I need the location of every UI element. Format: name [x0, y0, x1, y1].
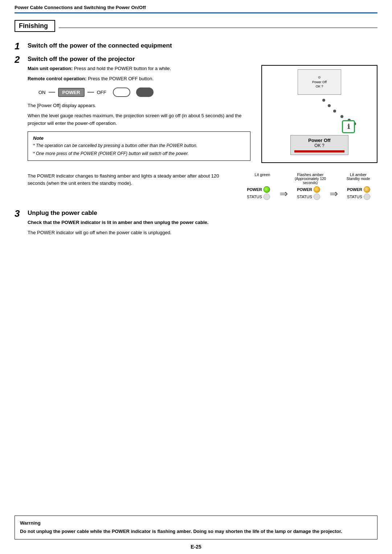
power-btn-off [136, 87, 154, 97]
status-label-1: STATUS [247, 195, 262, 199]
svg-point-1 [328, 104, 331, 107]
power-off-label: OFF [97, 90, 106, 95]
step-2-title: Switch off the power of the projector [28, 56, 377, 63]
section-title-line: Finishing [15, 20, 377, 36]
note-title: Note [33, 135, 245, 141]
dash-left [49, 92, 55, 93]
power-off-title: Power Off [294, 138, 344, 143]
dash-right [87, 92, 94, 93]
status-label-2: STATUS [297, 195, 312, 199]
warning-title: Warrning [20, 520, 372, 526]
note-item-2: * One more press of the POWER (POWER OFF… [33, 150, 245, 157]
status-led-2 [314, 194, 320, 200]
page-number: E-25 [191, 544, 201, 550]
power-label-1: POWER [247, 187, 262, 192]
main-operation-desc: Press and hold the POWER button for a wh… [74, 66, 171, 71]
body-text-1: The [Power Off] display appears. [28, 102, 250, 109]
ind-label-3: Lit amber Standby mode [340, 172, 376, 185]
status-led-3 [364, 194, 370, 200]
step-2-left: Main unit operation: Press and hold the … [28, 65, 250, 167]
step-1-title: Switch off the power of the connected eq… [28, 42, 377, 49]
step-2-number: 2 [15, 54, 28, 65]
remote-operation-desc: Press the POWER OFF button. [88, 76, 154, 81]
note-item-1: * The operation can be cancelled by pres… [33, 142, 245, 149]
warning-text: Do not unplug the power cable while the … [20, 528, 372, 535]
step-3-body: The POWER indicator will go off when the… [28, 229, 377, 236]
step-2: 2 Switch off the power of the projector … [15, 56, 377, 201]
page-header-title: Power Cable Connections and Switching th… [15, 5, 146, 10]
status-light-1: STATUS [247, 194, 270, 200]
step-2-right: ⊙ Power Off OK ? [258, 65, 377, 167]
section-title: Finishing [19, 22, 48, 29]
page-header: Power Cable Connections and Switching th… [15, 0, 377, 13]
projector-inner: ⊙ Power Off OK ? [298, 69, 341, 95]
power-light-1: POWER [247, 186, 270, 193]
svg-point-3 [340, 115, 343, 118]
indicator-unit-2: POWER STATUS [290, 186, 327, 201]
indicator-unit-3: POWER STATUS [340, 186, 377, 201]
step-3: 3 Unplug the power cable Check that the … [15, 209, 377, 239]
step-1: 1 Switch off the power of the connected … [15, 42, 377, 52]
indicator-left-text: The POWER indicator changes to flashing … [28, 172, 236, 190]
power-label-3: POWER [347, 187, 362, 192]
note-box: Note * The operation can be cancelled by… [28, 131, 250, 161]
indicator-unit-1: POWER STATUS [240, 186, 277, 201]
section-title-box: Finishing [15, 20, 55, 32]
power-off-box: Power Off OK ? [290, 135, 348, 155]
step-1-content: Switch off the power of the connected eq… [28, 42, 377, 52]
step-2-content: Switch off the power of the projector Ma… [28, 56, 377, 201]
power-light-2: POWER [297, 186, 320, 193]
power-on-label: ON [38, 90, 46, 95]
step-3-check-bold: Check that the POWER indicator is lit in… [28, 220, 208, 225]
ind-label-1: Lit green [244, 172, 281, 185]
power-btn-on [113, 87, 130, 97]
remote-operation-label: Remote control operation: [28, 76, 87, 81]
dots-svg [320, 97, 356, 140]
step-1-number: 1 [15, 41, 28, 52]
remote-operation-text: Remote control operation: Press the POWE… [28, 75, 250, 82]
info-icon: ℹ [342, 120, 355, 133]
power-led-amber-flash [314, 186, 320, 193]
power-light-3: POWER [347, 186, 370, 193]
status-light-3: STATUS [347, 194, 370, 200]
projector-diagram: ⊙ Power Off OK ? [261, 65, 377, 163]
projector-label: ⊙ Power Off OK ? [312, 75, 327, 89]
power-buttons-group [113, 87, 154, 97]
status-light-2: STATUS [297, 194, 320, 200]
indicator-diagram: Lit green Flashes amber (Approximately 1… [240, 172, 377, 201]
indicator-desc: The POWER indicator changes to flashing … [28, 172, 236, 187]
ok-bar [294, 150, 344, 152]
warning-box: Warrning Do not unplug the power cable w… [15, 516, 377, 540]
arrow-2: ⇒ [328, 188, 339, 200]
main-operation-label: Main unit operation: [28, 66, 73, 71]
body-text-2: When the level gauge reaches maximum, th… [28, 112, 250, 127]
power-led-amber [364, 186, 370, 193]
svg-point-2 [333, 110, 336, 113]
power-button-diagram: ON POWER OFF [38, 87, 250, 97]
dots-area [320, 97, 356, 141]
ind-spacer-1 [283, 172, 290, 185]
power-label-2: POWER [297, 187, 312, 192]
indicator-section: The POWER indicator changes to flashing … [28, 172, 377, 201]
step-3-title: Unplug the power cable [28, 209, 377, 217]
step-2-layout: Main unit operation: Press and hold the … [28, 65, 377, 167]
indicator-labels: Lit green Flashes amber (Approximately 1… [240, 172, 377, 185]
ind-label-2: Flashes amber (Approximately 120 seconds… [292, 172, 328, 185]
status-label-3: STATUS [347, 195, 362, 199]
status-led-1 [264, 194, 270, 200]
ind-spacer-2 [331, 172, 338, 185]
power-off-ok: OK ? [294, 143, 344, 148]
power-led-green [264, 186, 270, 193]
step-3-number: 3 [15, 208, 28, 219]
step-3-content: Unplug the power cable Check that the PO… [28, 209, 377, 239]
power-button-label: POWER [58, 88, 85, 97]
svg-point-0 [322, 99, 325, 102]
step-3-check: Check that the POWER indicator is lit in… [28, 219, 377, 226]
arrow-1: ⇒ [278, 188, 289, 200]
main-operation-text: Main unit operation: Press and hold the … [28, 65, 250, 72]
section-divider [59, 28, 377, 28]
indicator-row: POWER STATUS ⇒ [240, 186, 377, 201]
